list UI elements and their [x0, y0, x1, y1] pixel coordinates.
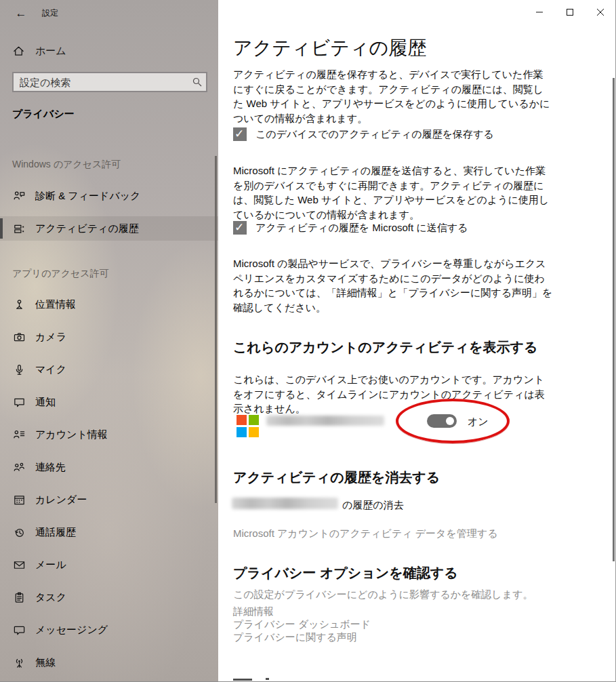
settings-search-box: [12, 72, 207, 92]
sidebar-item-contacts[interactable]: 連絡先: [0, 455, 218, 479]
ms-logo-blue-square: [237, 427, 247, 437]
accounts-description: これらは、このデバイス上でお使いのアカウントです。アカウントをオフにすると、タイ…: [233, 372, 553, 416]
home-icon: [12, 45, 25, 58]
notifications-icon: [12, 396, 26, 409]
blurred-account-email: [266, 416, 384, 426]
close-button[interactable]: [585, 0, 615, 24]
sidebar-item-diagnostics[interactable]: 診断 & フィードバック: [0, 184, 218, 208]
clear-history-heading: アクティビティの履歴を消去する: [233, 468, 440, 487]
intro-paragraph: アクティビティの履歴を保存すると、デバイスで実行していた作業にすぐに戻ることがで…: [233, 67, 553, 125]
window-controls: [524, 0, 615, 24]
store-activity-checkbox-label: このデバイスでのアクティビティの履歴を保存する: [255, 128, 494, 141]
send-activity-paragraph: Microsoft にアクティビティの履歴を送信すると、実行していた作業を別のデ…: [233, 163, 553, 222]
category-title: プライバシー: [12, 108, 75, 121]
titlebar-left: ← 設定: [0, 0, 218, 27]
section-header-app-permissions: アプリのアクセス許可: [12, 268, 109, 280]
sidebar-item-messaging[interactable]: メッセージング: [0, 618, 218, 642]
sidebar-item-calendar[interactable]: カレンダー: [0, 487, 218, 512]
learn-more-link[interactable]: 詳細情報: [233, 605, 274, 618]
home-label: ホーム: [35, 45, 66, 58]
messaging-icon: [12, 624, 26, 637]
blurred-account-name: [232, 498, 338, 509]
sidebar-item-notifications[interactable]: 通知: [0, 390, 218, 414]
page-title: アクティビティの履歴: [233, 35, 426, 61]
camera-icon: [12, 331, 26, 344]
send-activity-checkbox-label: アクティビティの履歴を Microsoft に送信する: [255, 222, 468, 235]
microphone-icon: [12, 363, 26, 376]
search-input[interactable]: [14, 77, 188, 88]
manage-activity-data-link[interactable]: Microsoft アカウントのアクティビティ データを管理する: [233, 527, 498, 540]
sidebar-item-home[interactable]: ホーム: [12, 42, 66, 60]
send-activity-checkbox-row[interactable]: アクティビティの履歴を Microsoft に送信する: [233, 221, 468, 235]
red-circle-annotation: [396, 399, 510, 443]
checkbox-checked-icon[interactable]: [233, 221, 247, 235]
clipped-text-fragment: [233, 679, 252, 681]
call-history-icon: [12, 526, 26, 539]
accounts-section-heading: これらのアカウントのアクティビティを表示する: [233, 338, 537, 357]
microsoft-logo-icon: [237, 415, 259, 437]
privacy-dashboard-link[interactable]: プライバシー ダッシュボード: [233, 618, 371, 631]
tasks-icon: [12, 591, 26, 604]
sidebar-item-camera[interactable]: カメラ: [0, 325, 218, 349]
sidebar: ← 設定 ホーム プライバシー Windows のアクセス許可 診断 & フィー…: [0, 0, 218, 682]
sidebar-item-call-history[interactable]: 通話履歴: [0, 520, 218, 544]
settings-window: ← 設定 ホーム プライバシー Windows のアクセス許可 診断 & フィー…: [0, 0, 616, 682]
privacy-options-description: この設定がプライバシーにどのように影響するかを確認します。: [233, 588, 533, 601]
privacy-info-paragraph: Microsoft の製品やサービスで、プライバシーを尊重しながらエクスペリエン…: [233, 256, 553, 315]
checkbox-checked-icon[interactable]: [233, 127, 247, 141]
search-icon[interactable]: [188, 77, 206, 87]
app-title: 設定: [42, 7, 58, 19]
selected-indicator: [0, 218, 3, 239]
sidebar-item-radios[interactable]: 無線: [0, 650, 218, 675]
sidebar-item-mail[interactable]: メール: [0, 553, 218, 577]
account-info-icon: [12, 428, 26, 441]
back-button[interactable]: ←: [9, 4, 33, 23]
privacy-options-heading: プライバシー オプションを確認する: [233, 564, 458, 582]
content-scrollbar-thumb[interactable]: [613, 78, 615, 561]
sidebar-item-location[interactable]: 位置情報: [0, 292, 218, 317]
sidebar-scrollbar-thumb[interactable]: [215, 156, 217, 503]
mail-icon: [12, 559, 26, 571]
content-pane: アクティビティの履歴 アクティビティの履歴を保存すると、デバイスで実行していた作…: [218, 0, 616, 682]
privacy-statement-link[interactable]: プライバシーに関する声明: [233, 631, 357, 644]
ms-logo-red-square: [237, 415, 247, 425]
sidebar-item-activity-history[interactable]: アクティビティの履歴: [0, 216, 218, 241]
ms-logo-yellow-square: [249, 427, 259, 437]
back-arrow-icon: ←: [16, 7, 27, 20]
minimize-button[interactable]: [524, 0, 554, 24]
maximize-button[interactable]: [554, 0, 585, 24]
sidebar-item-microphone[interactable]: マイク: [0, 357, 218, 382]
clipped-text-fragment: [266, 678, 269, 680]
activity-history-icon: [12, 222, 26, 235]
sidebar-item-tasks[interactable]: タスク: [0, 585, 218, 609]
calendar-icon: [12, 494, 26, 506]
store-activity-checkbox-row[interactable]: このデバイスでのアクティビティの履歴を保存する: [233, 127, 494, 141]
section-header-windows-permissions: Windows のアクセス許可: [12, 159, 121, 171]
ms-logo-green-square: [249, 415, 259, 425]
clear-history-label: の履歴の消去: [342, 499, 404, 512]
diagnostics-feedback-icon: [12, 190, 26, 203]
contacts-icon: [12, 461, 26, 474]
radios-icon: [12, 656, 26, 669]
sidebar-item-account-info[interactable]: アカウント情報: [0, 422, 218, 447]
location-icon: [12, 298, 26, 311]
